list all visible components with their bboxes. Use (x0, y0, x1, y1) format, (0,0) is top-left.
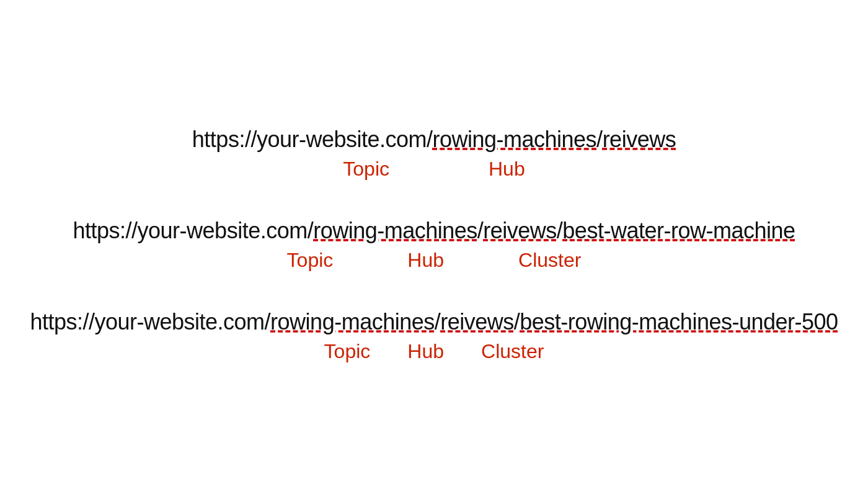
label-cluster-3: Cluster (481, 340, 544, 363)
label-topic-2: Topic (287, 249, 334, 272)
url-block-2: https://your-website.com/rowing-machines… (73, 218, 795, 272)
label-cluster-2: Cluster (518, 249, 581, 272)
url-segment-hub-3: reivews (440, 309, 514, 334)
url-segment-topic-2: rowing-machines (313, 218, 477, 243)
url-text-2: https://your-website.com/rowing-machines… (73, 218, 795, 244)
label-hub-2: Hub (407, 249, 444, 272)
label-hub-3: Hub (407, 340, 444, 363)
url-segment-hub-1: reivews (603, 127, 676, 152)
url-segment-topic-1: rowing-machines (433, 127, 597, 152)
url-segment-topic-3: rowing-machines (270, 309, 435, 334)
url-segment-cluster-2: best-water-row-machine (562, 218, 795, 243)
url-text-1: https://your-website.com/rowing-machines… (192, 127, 676, 153)
url3-labels-row: Topic Hub Cluster (30, 340, 838, 363)
url-block-1: https://your-website.com/rowing-machines… (192, 127, 676, 181)
label-topic-3: Topic (324, 340, 371, 363)
label-hub-1: Hub (489, 158, 525, 181)
label-topic-1: Topic (343, 158, 389, 181)
url-text-3: https://your-website.com/rowing-machines… (30, 309, 838, 335)
url2-labels-row: Topic Hub Cluster (73, 249, 795, 272)
url-block-3: https://your-website.com/rowing-machines… (30, 309, 838, 363)
url-segment-hub-2: reivews (483, 218, 557, 243)
url1-labels-row: Topic Hub (192, 158, 676, 181)
url-segment-cluster-3: best-rowing-machines-under-500 (520, 309, 838, 334)
